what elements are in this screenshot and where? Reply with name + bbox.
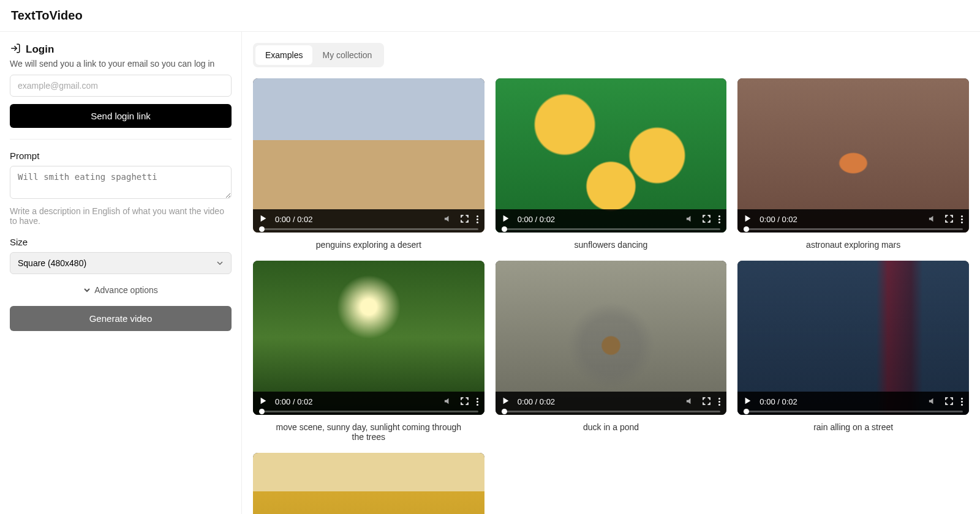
video-controls: 0:00 / 0:02 [253,392,484,415]
chevron-down-icon [83,286,91,294]
example-card: 0:00 / 0:02rain alling on a street [737,261,969,442]
video-time: 0:00 / 0:02 [760,215,797,224]
play-icon[interactable] [259,397,268,407]
video-time: 0:00 / 0:02 [760,397,797,406]
volume-icon[interactable] [685,397,695,408]
send-login-button[interactable]: Send login link [10,104,232,128]
video-controls: 0:00 / 0:02 [496,209,727,233]
volume-icon[interactable] [685,214,695,225]
more-icon[interactable] [477,398,478,406]
fullscreen-icon[interactable] [460,397,469,408]
play-icon[interactable] [502,214,510,225]
video-time: 0:00 / 0:02 [518,397,555,406]
progress-bar[interactable] [259,411,478,412]
video-player[interactable]: 0:00 / 0:02 [496,261,727,415]
advance-options-toggle[interactable]: Advance options [10,285,232,295]
size-select[interactable]: Square (480x480) [10,252,232,274]
example-caption: rain alling on a street [813,422,893,432]
video-player[interactable]: 0:00 / 0:02 [253,453,484,514]
examples-grid: 0:00 / 0:02penguins exploring a desert0:… [253,78,969,514]
prompt-label: Prompt [10,151,232,161]
advance-options-label: Advance options [94,285,158,295]
progress-bar[interactable] [744,411,963,412]
play-icon[interactable] [744,214,752,225]
fullscreen-icon[interactable] [944,214,954,225]
video-player[interactable]: 0:00 / 0:02 [253,78,484,233]
video-player[interactable]: 0:00 / 0:02 [737,78,969,233]
example-card: 0:00 / 0:02astronaut exploring mars [737,78,969,250]
volume-icon[interactable] [443,214,453,225]
tabs: Examples My collection [253,43,384,67]
prompt-textarea[interactable] [10,166,232,199]
example-card: 0:00 / 0:02duck in a pond [496,261,727,442]
login-title: Login [26,43,54,56]
size-label: Size [10,237,232,247]
fullscreen-icon[interactable] [944,397,954,408]
example-caption: duck in a pond [583,422,639,432]
main-content: Examples My collection 0:00 / 0:02pengui… [242,32,980,514]
more-icon[interactable] [718,215,720,223]
login-description: We will send you a link to your email so… [10,59,232,69]
example-card: 0:00 / 0:02move scene, sunny day, sunlig… [253,261,484,442]
more-icon[interactable] [961,398,963,406]
video-controls: 0:00 / 0:02 [496,392,727,415]
fullscreen-icon[interactable] [702,214,711,225]
play-icon[interactable] [502,397,510,407]
example-caption: penguins exploring a desert [316,240,421,250]
fullscreen-icon[interactable] [460,214,469,225]
progress-bar[interactable] [502,228,721,230]
email-input[interactable] [10,75,232,97]
progress-bar[interactable] [259,228,478,230]
play-icon[interactable] [259,214,268,225]
tab-my-collection[interactable]: My collection [312,45,382,65]
fullscreen-icon[interactable] [702,397,711,408]
volume-icon[interactable] [443,397,453,408]
example-card: 0:00 / 0:02sunflowers dancing [496,78,727,250]
volume-icon[interactable] [928,214,937,225]
example-card: 0:00 / 0:02 [253,453,484,514]
example-caption: move scene, sunny day, sunlight coming t… [271,422,467,442]
video-controls: 0:00 / 0:02 [253,209,484,233]
video-controls: 0:00 / 0:02 [737,209,969,233]
example-caption: sunflowers dancing [575,240,648,250]
video-time: 0:00 / 0:02 [275,215,312,224]
progress-bar[interactable] [744,228,963,230]
more-icon[interactable] [961,215,963,223]
play-icon[interactable] [744,397,752,407]
video-time: 0:00 / 0:02 [275,397,312,406]
generate-video-button[interactable]: Generate video [10,306,232,331]
app-title: TextToVideo [11,9,969,23]
video-player[interactable]: 0:00 / 0:02 [496,78,727,233]
more-icon[interactable] [477,215,478,223]
login-icon [10,43,21,56]
video-time: 0:00 / 0:02 [518,215,555,224]
more-icon[interactable] [718,398,720,406]
volume-icon[interactable] [928,397,937,408]
video-thumbnail [253,453,484,514]
example-card: 0:00 / 0:02penguins exploring a desert [253,78,484,250]
example-caption: astronaut exploring mars [806,240,900,250]
prompt-hint: Write a description in English of what y… [10,206,232,226]
progress-bar[interactable] [502,411,721,412]
divider [10,139,232,140]
header: TextToVideo [0,0,980,32]
video-player[interactable]: 0:00 / 0:02 [737,261,969,415]
sidebar: Login We will send you a link to your em… [0,32,242,514]
video-controls: 0:00 / 0:02 [737,392,969,415]
tab-examples[interactable]: Examples [255,45,312,65]
video-player[interactable]: 0:00 / 0:02 [253,261,484,415]
